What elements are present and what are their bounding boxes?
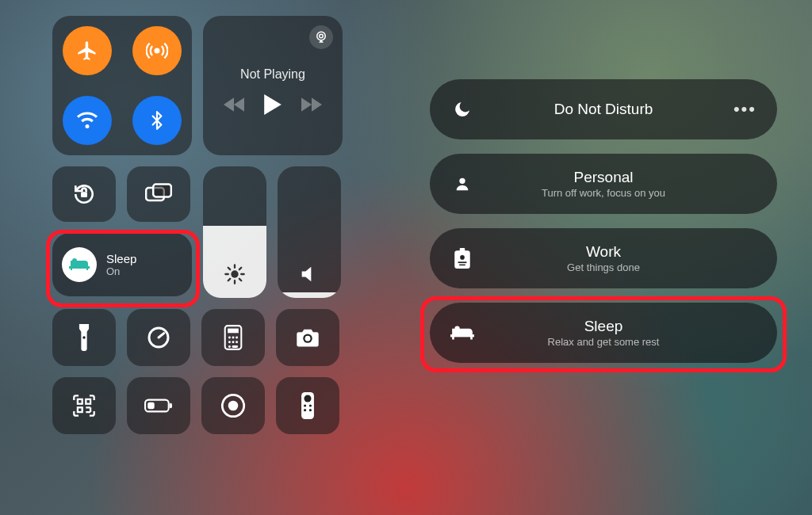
bed-icon [69, 257, 90, 273]
svg-rect-42 [450, 334, 474, 337]
focus-sleep[interactable]: Sleep Relax and get some rest [430, 303, 777, 363]
svg-point-1 [317, 32, 326, 40]
brightness-fill [203, 226, 266, 298]
svg-rect-5 [153, 185, 171, 197]
rewind-icon [224, 97, 244, 113]
remote-button[interactable] [276, 377, 339, 434]
focus-item-subtitle: Turn off work, focus on you [542, 187, 665, 199]
focus-item-subtitle: Get things done [567, 261, 640, 273]
svg-rect-41 [459, 265, 465, 266]
next-button[interactable] [301, 97, 322, 113]
forward-icon [301, 97, 322, 113]
svg-rect-38 [460, 248, 465, 252]
svg-rect-6 [69, 266, 90, 269]
focus-work[interactable]: Work Get things done [430, 228, 777, 288]
media-status-text: Not Playing [240, 67, 305, 82]
focus-title: Sleep [106, 252, 136, 265]
flashlight-button[interactable] [52, 309, 116, 366]
media-module[interactable]: Not Playing [203, 16, 343, 155]
svg-point-0 [155, 49, 159, 53]
focus-item-subtitle: Relax and get some rest [548, 336, 660, 348]
svg-point-13 [232, 337, 235, 339]
svg-point-34 [304, 409, 306, 411]
airplane-icon [76, 40, 98, 62]
bed-icon [450, 324, 474, 341]
svg-point-14 [236, 337, 238, 339]
airplane-mode-toggle[interactable] [63, 26, 112, 75]
play-button[interactable] [263, 94, 282, 115]
svg-point-29 [228, 401, 239, 411]
timer-icon [146, 325, 171, 350]
svg-point-8 [82, 336, 85, 338]
svg-point-2 [320, 34, 324, 38]
focus-menu-panel: Do Not Disturb ••• Personal Turn off wor… [396, 0, 812, 515]
focus-bed-badge [62, 247, 97, 282]
volume-icon [298, 263, 320, 285]
rotation-lock-icon [71, 181, 97, 207]
svg-point-33 [309, 404, 312, 406]
previous-button[interactable] [224, 97, 244, 113]
focus-item-title: Personal [574, 169, 634, 186]
svg-point-16 [232, 341, 235, 343]
connectivity-module[interactable] [52, 16, 192, 155]
focus-item-title: Work [586, 243, 621, 261]
svg-rect-40 [458, 261, 467, 263]
focus-item-title: Do Not Disturb [554, 101, 653, 118]
svg-point-15 [228, 341, 231, 343]
svg-point-17 [236, 341, 238, 343]
volume-fill [278, 292, 341, 298]
focus-do-not-disturb[interactable]: Do Not Disturb ••• [430, 79, 777, 139]
antenna-icon [146, 40, 168, 62]
airplay-button[interactable] [309, 25, 333, 49]
svg-rect-3 [81, 192, 87, 197]
badge-icon [454, 248, 470, 269]
apple-tv-remote-icon [301, 392, 315, 419]
battery-icon [144, 398, 173, 414]
calculator-button[interactable] [201, 309, 265, 366]
wifi-icon [75, 109, 99, 132]
svg-rect-19 [232, 345, 239, 348]
brightness-icon [224, 263, 246, 285]
more-button[interactable]: ••• [733, 79, 756, 139]
svg-point-21 [305, 336, 311, 341]
focus-button[interactable]: Sleep On [52, 233, 192, 296]
wifi-toggle[interactable] [63, 96, 112, 145]
svg-point-31 [304, 395, 311, 402]
svg-rect-27 [147, 402, 154, 409]
moon-icon [453, 100, 472, 119]
volume-slider[interactable] [278, 166, 341, 298]
screen-mirroring-button[interactable] [127, 166, 190, 222]
airplay-icon [314, 30, 328, 44]
calculator-icon [224, 325, 243, 350]
camera-button[interactable] [276, 309, 339, 366]
svg-point-7 [231, 270, 238, 277]
cellular-data-toggle[interactable] [132, 26, 182, 75]
focus-item-title: Sleep [584, 318, 623, 335]
play-icon [263, 94, 282, 115]
svg-point-12 [228, 337, 231, 339]
svg-point-32 [304, 404, 306, 406]
bluetooth-toggle[interactable] [132, 96, 182, 145]
camera-icon [295, 327, 320, 348]
brightness-slider[interactable] [203, 166, 266, 298]
svg-rect-22 [78, 399, 82, 404]
control-center-panel: Not Playing [0, 0, 396, 515]
flashlight-icon [77, 324, 91, 351]
timer-button[interactable] [127, 309, 190, 366]
svg-rect-26 [170, 403, 172, 408]
bluetooth-icon [147, 110, 167, 131]
person-icon [454, 175, 471, 193]
screen-record-button[interactable] [201, 377, 265, 434]
rotation-lock-button[interactable] [52, 166, 116, 222]
svg-rect-23 [86, 399, 90, 404]
screen-mirroring-icon [145, 183, 172, 205]
svg-rect-11 [228, 329, 239, 334]
focus-personal[interactable]: Personal Turn off work, focus on you [430, 154, 777, 214]
svg-point-36 [459, 178, 465, 184]
qr-icon [72, 394, 96, 418]
low-power-button[interactable] [127, 377, 190, 434]
svg-point-35 [309, 409, 312, 411]
qr-scanner-button[interactable] [52, 377, 116, 434]
record-icon [220, 393, 246, 418]
svg-rect-24 [78, 407, 82, 412]
